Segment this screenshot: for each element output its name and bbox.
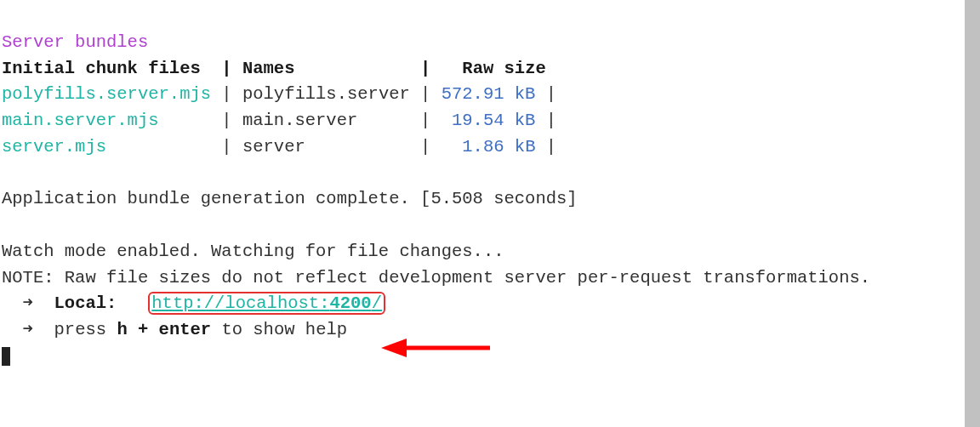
chunk-file: polyfills.server.mjs [2, 84, 211, 104]
status-watch: Watch mode enabled. Watching for file ch… [2, 242, 504, 261]
chunk-file: server.mjs [2, 137, 106, 157]
cursor-icon [2, 347, 10, 366]
scrollbar-thumb[interactable] [965, 0, 980, 427]
arrow-icon: ➜ [23, 293, 33, 313]
section-heading: Server bundles [2, 32, 148, 52]
svg-marker-1 [381, 339, 407, 357]
help-line: press h + enter to show help [54, 320, 347, 339]
arrow-icon: ➜ [23, 320, 33, 339]
chunk-size: 1.86 kB [442, 137, 536, 157]
terminal-output: Server bundles Initial chunk files | Nam… [0, 0, 980, 396]
table-row: server.mjs | server | 1.86 kB | [2, 137, 556, 157]
status-note: NOTE: Raw file sizes do not reflect deve… [2, 268, 870, 288]
local-label: Local: [54, 293, 117, 313]
table-row: polyfills.server.mjs | polyfills.server … [2, 84, 556, 104]
chunk-name: main.server [242, 111, 357, 130]
scrollbar[interactable] [965, 0, 980, 427]
table-header-row: Initial chunk files | Names | Raw size [2, 59, 546, 78]
chunk-file: main.server.mjs [2, 111, 159, 130]
local-url-link[interactable]: http://localhost:4200/ [148, 292, 385, 315]
status-complete: Application bundle generation complete. … [2, 189, 578, 208]
annotation-arrow-icon [381, 335, 492, 361]
chunk-size: 572.91 kB [442, 84, 536, 104]
chunk-name: server [242, 137, 305, 157]
chunk-name: polyfills.server [242, 84, 410, 104]
chunk-size: 19.54 kB [442, 111, 536, 130]
table-row: main.server.mjs | main.server | 19.54 kB… [2, 111, 556, 130]
